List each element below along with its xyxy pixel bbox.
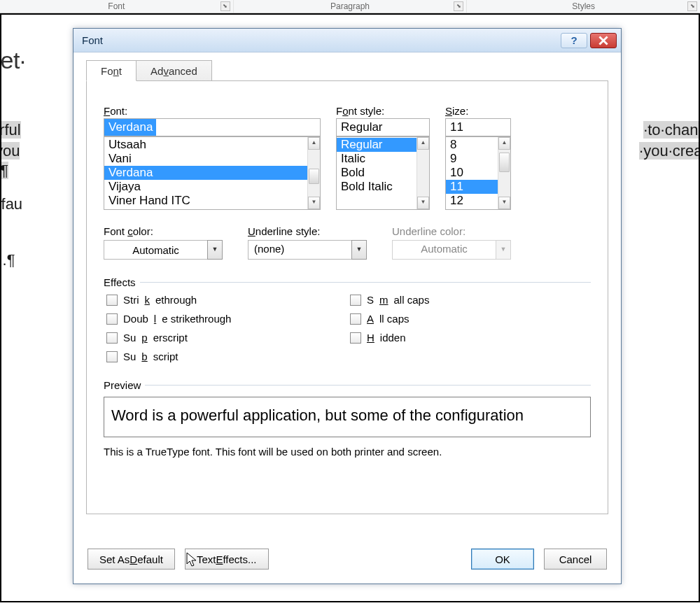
scrollbar[interactable]: ▲ ▼ [307, 137, 320, 209]
font-color-combo[interactable]: Automatic ▼ [104, 240, 223, 260]
tab-advanced[interactable]: Advanced [136, 60, 212, 81]
dialog-buttons: Set As Default Text Effects... OK Cancel [74, 540, 621, 584]
dialog-title: Font [82, 34, 558, 46]
size-input[interactable] [445, 118, 511, 136]
scroll-up-icon[interactable]: ▲ [498, 137, 510, 150]
font-listbox[interactable]: Utsaah Vani Verdana Vijaya Viner Hand IT… [104, 136, 321, 210]
document-text: g·the·defau [0, 195, 22, 213]
list-item[interactable]: Italic [337, 152, 416, 166]
checkbox-small-caps[interactable]: Small caps [350, 294, 591, 306]
checkbox-double-strikethrough[interactable]: Double strikethrough [106, 313, 347, 325]
checkbox-icon [106, 313, 118, 325]
document-text: ion...¶ [0, 251, 15, 269]
list-item[interactable]: 10 [446, 166, 498, 180]
list-item[interactable]: 11 [446, 180, 498, 194]
preview-header: Preview [104, 379, 591, 391]
list-item[interactable]: Bold [337, 166, 416, 180]
document-heading: to·Set· [0, 47, 26, 74]
cancel-button[interactable]: Cancel [544, 549, 607, 570]
tabs: Font Advanced [86, 59, 608, 80]
document-text: ·a·powerful [0, 121, 21, 139]
ribbon-label: Styles [572, 1, 595, 11]
list-item[interactable]: Viner Hand ITC [104, 194, 307, 208]
ribbon-label: Font [108, 1, 125, 11]
scroll-down-icon[interactable]: ▼ [417, 197, 429, 209]
scrollbar[interactable]: ▲ ▼ [498, 137, 510, 209]
scroll-up-icon[interactable]: ▲ [308, 137, 320, 150]
tab-panel-font: Font: Utsaah Vani Verdana Vijaya Viner H… [86, 80, 608, 514]
titlebar[interactable]: Font ? [74, 29, 621, 52]
effects-header: Effects [104, 276, 591, 288]
list-item[interactable]: Bold Italic [337, 180, 416, 194]
list-item[interactable]: Vijaya [104, 180, 307, 194]
underline-color-value: Automatic [392, 240, 496, 260]
ribbon-group-styles: Styles ⬊ [467, 0, 700, 13]
font-style-label: Font style: [336, 105, 430, 117]
checkbox-icon [350, 332, 361, 344]
font-color-value: Automatic [132, 244, 179, 256]
document-text: ·you·create· [639, 142, 700, 160]
dropdown-icon[interactable]: ▼ [207, 240, 223, 260]
list-item[interactable]: Utsaah [104, 138, 307, 152]
ribbon-group-font: Font ⬊ [0, 0, 234, 13]
size-listbox[interactable]: 8 9 10 11 12 ▲ ▼ [445, 136, 511, 210]
underline-color-combo: Automatic ▼ [392, 240, 511, 260]
scroll-down-icon[interactable]: ▼ [308, 197, 320, 209]
document-text: cument.¶ [0, 162, 8, 180]
checkbox-icon [106, 295, 118, 306]
list-item[interactable]: 9 [446, 152, 498, 166]
document-text: ·text·in·you [0, 142, 20, 160]
ribbon-group-labels: Font ⬊ Paragraph ⬊ Styles ⬊ [0, 0, 700, 13]
help-button[interactable]: ? [561, 33, 587, 48]
dialog-launcher-icon[interactable]: ⬊ [454, 1, 463, 11]
scroll-up-icon[interactable]: ▲ [417, 137, 429, 150]
preview-box: Word is a powerful application, but some… [104, 397, 591, 437]
close-button[interactable] [590, 33, 617, 48]
list-item[interactable]: Regular [337, 138, 416, 152]
set-as-default-button[interactable]: Set As Default [88, 549, 175, 570]
text-effects-button[interactable]: Text Effects... [185, 549, 269, 570]
document-text: ·to·change· [643, 121, 700, 139]
font-style-listbox[interactable]: Regular Italic Bold Bold Italic ▲ ▼ [336, 136, 430, 210]
size-label: Size: [445, 105, 511, 117]
underline-style-value: (none) [248, 240, 352, 260]
checkbox-icon [350, 313, 361, 325]
scroll-thumb[interactable] [309, 169, 319, 184]
checkbox-strikethrough[interactable]: Strikethrough [106, 294, 347, 306]
checkbox-hidden[interactable]: Hidden [350, 332, 591, 344]
scroll-down-icon[interactable]: ▼ [498, 197, 510, 209]
list-item[interactable]: 8 [446, 138, 498, 152]
ribbon-label: Paragraph [330, 1, 370, 11]
dialog-launcher-icon[interactable]: ⬊ [687, 1, 697, 11]
underline-style-combo[interactable]: (none) ▼ [248, 240, 367, 260]
list-item[interactable]: Verdana [104, 166, 307, 180]
checkbox-all-caps[interactable]: All caps [350, 313, 591, 325]
font-style-input[interactable] [336, 118, 430, 136]
checkbox-subscript[interactable]: Subscript [106, 351, 347, 362]
preview-note: This is a TrueType font. This font will … [104, 446, 591, 458]
dropdown-icon[interactable]: ▼ [351, 240, 367, 260]
underline-style-label: Underline style: [248, 225, 367, 237]
scroll-thumb[interactable] [499, 153, 510, 172]
font-input[interactable] [104, 118, 321, 136]
dialog-launcher-icon[interactable]: ⬊ [220, 1, 230, 11]
list-item[interactable]: Vani [104, 152, 307, 166]
scrollbar[interactable]: ▲ ▼ [416, 137, 429, 209]
list-item[interactable]: 12 [446, 194, 498, 208]
dropdown-icon: ▼ [496, 240, 511, 260]
underline-color-label: Underline color: [392, 225, 511, 237]
checkbox-superscript[interactable]: Superscript [106, 332, 347, 344]
font-dialog: Font ? Font Advanced Font: Utsaah Vani [73, 28, 622, 584]
checkbox-icon [350, 295, 361, 306]
font-color-label: Font color: [104, 225, 223, 237]
font-label: Font: [104, 105, 321, 117]
tab-font[interactable]: Font [86, 60, 136, 81]
ribbon-group-paragraph: Paragraph ⬊ [234, 0, 468, 13]
close-icon [598, 36, 608, 45]
ok-button[interactable]: OK [471, 549, 534, 570]
checkbox-icon [106, 351, 118, 362]
checkbox-icon [106, 332, 118, 344]
